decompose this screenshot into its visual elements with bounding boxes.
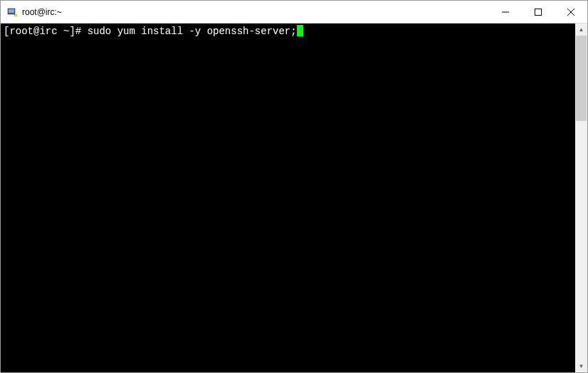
maximize-button[interactable] — [522, 1, 555, 23]
terminal-line: [root@irc ~]# sudo yum install -y openss… — [4, 25, 572, 38]
svg-rect-5 — [535, 9, 542, 15]
minimize-button[interactable] — [489, 1, 522, 23]
close-button[interactable] — [555, 1, 587, 23]
command-text: sudo yum install -y openssh-server; — [88, 26, 297, 37]
window-title: root@irc:~ — [22, 7, 489, 17]
terminal-area: [root@irc ~]# sudo yum install -y openss… — [1, 23, 587, 372]
cursor — [297, 25, 303, 36]
shell-prompt: [root@irc ~]# — [4, 26, 88, 37]
window-controls — [489, 1, 587, 23]
scroll-up-arrow[interactable]: ▲ — [575, 23, 587, 36]
scroll-down-arrow[interactable]: ▼ — [575, 360, 587, 372]
putty-icon — [6, 6, 18, 18]
scroll-thumb[interactable] — [576, 36, 587, 121]
terminal[interactable]: [root@irc ~]# sudo yum install -y openss… — [1, 23, 575, 372]
svg-rect-1 — [9, 9, 14, 13]
vertical-scrollbar[interactable]: ▲ ▼ — [575, 23, 587, 372]
titlebar[interactable]: root@irc:~ — [1, 1, 587, 23]
